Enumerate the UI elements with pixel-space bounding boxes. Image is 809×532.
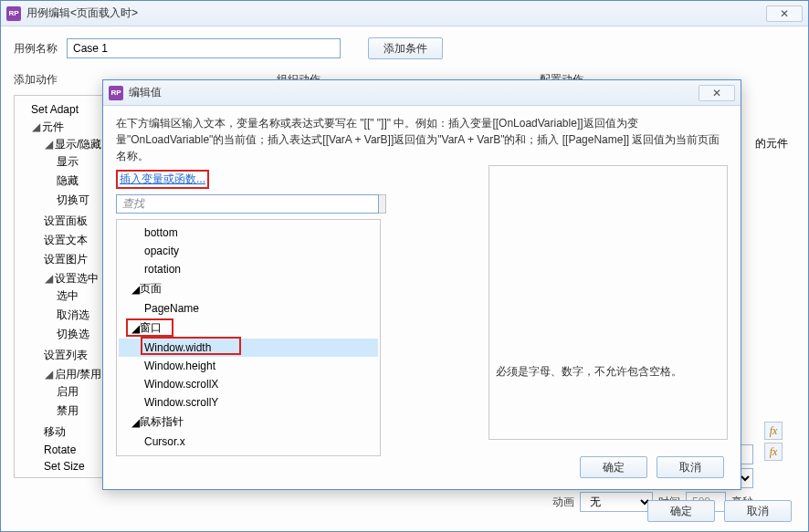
case-name-label: 用例名称 — [14, 41, 58, 57]
insert-link-highlight: 插入变量或函数... — [116, 170, 209, 189]
search-scroll-hint — [379, 194, 386, 214]
target-suffix-label: 的元件 — [755, 136, 788, 151]
list-group-page[interactable]: ◢页面 — [119, 278, 378, 299]
editor-area[interactable] — [489, 165, 728, 440]
modal-app-icon: RP — [109, 86, 123, 100]
modal-body: 在下方编辑区输入文本，变量名称或表达式要写在 "[[" "]]" 中。例如：插入… — [103, 106, 741, 489]
modal-title: 编辑值 — [129, 85, 699, 100]
animation-select[interactable]: 无 — [580, 492, 653, 512]
main-title-bar: RP 用例编辑<页面载入时> ✕ — [1, 1, 808, 26]
list-item[interactable]: Cursor.y — [119, 451, 378, 456]
add-action-header: 添加动作 — [14, 72, 58, 88]
main-ok-button[interactable]: 确定 — [647, 500, 715, 522]
modal-cancel-button[interactable]: 取消 — [657, 456, 724, 478]
main-footer-buttons: 确定 取消 — [647, 500, 792, 522]
app-icon: RP — [6, 6, 21, 21]
modal-close-button[interactable]: ✕ — [699, 85, 735, 101]
list-item[interactable]: opacity — [119, 242, 378, 260]
modal-title-bar: RP 编辑值 ✕ — [103, 80, 741, 106]
list-group-window[interactable]: ◢窗口 — [119, 318, 378, 339]
list-item[interactable]: PageName — [119, 299, 378, 318]
list-item[interactable]: Window.scrollX — [119, 375, 378, 393]
search-input[interactable]: 查找 — [116, 194, 379, 214]
list-item[interactable]: Cursor.x — [119, 433, 378, 451]
validation-hint: 必须是字母、数字，不允许包含空格。 — [496, 364, 682, 380]
fx-button-1[interactable]: fx — [764, 422, 783, 440]
case-name-row: 用例名称 添加条件 — [14, 37, 795, 59]
window-title: 用例编辑<页面载入时> — [26, 5, 766, 21]
list-item[interactable]: rotation — [119, 260, 378, 278]
case-name-input[interactable] — [67, 38, 341, 58]
modal-ok-button[interactable]: 确定 — [580, 456, 647, 478]
close-button[interactable]: ✕ — [766, 5, 803, 22]
edit-value-dialog: RP 编辑值 ✕ 在下方编辑区输入文本，变量名称或表达式要写在 "[[" "]]… — [102, 79, 741, 490]
add-condition-button[interactable]: 添加条件 — [368, 37, 443, 59]
list-item-window-width[interactable]: Window.width — [119, 339, 378, 357]
fx-button-2[interactable]: fx — [764, 443, 783, 461]
list-group-cursor[interactable]: ◢鼠标指针 — [119, 412, 378, 433]
insert-variable-link[interactable]: 插入变量或函数... — [120, 172, 205, 185]
list-item[interactable]: bottom — [119, 224, 378, 242]
animation-label: 动画 — [552, 495, 574, 510]
modal-footer-buttons: 确定 取消 — [580, 456, 724, 478]
list-item[interactable]: Window.scrollY — [119, 393, 378, 412]
modal-description: 在下方编辑区输入文本，变量名称或表达式要写在 "[[" "]]" 中。例如：插入… — [116, 115, 728, 164]
main-cancel-button[interactable]: 取消 — [724, 500, 792, 522]
variable-list-panel: bottom opacity rotation ◢页面 PageName ◢窗口… — [116, 219, 381, 456]
list-item[interactable]: Window.height — [119, 357, 378, 375]
